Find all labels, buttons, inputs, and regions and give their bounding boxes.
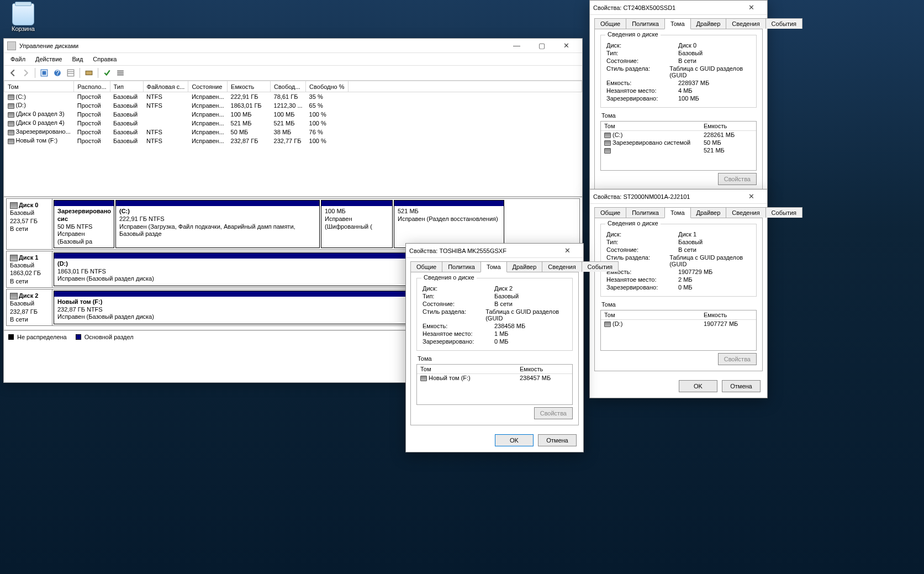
- tab-Тома[interactable]: Тома: [481, 261, 507, 272]
- tab-События[interactable]: События: [765, 207, 802, 218]
- props1-diskinfo-group: Сведения о диске Диск:Диск 0Тип:БазовыйС…: [600, 35, 757, 108]
- volume-row[interactable]: (Диск 0 раздел 3)ПростойБазовыйИсправен.…: [4, 110, 582, 119]
- props3-close[interactable]: ✕: [555, 245, 580, 257]
- col-header[interactable]: Располо...: [74, 81, 110, 92]
- props2-title: Свойства: ST2000NM001A-2J2101: [593, 193, 739, 200]
- list-button[interactable]: [115, 67, 126, 78]
- col-header[interactable]: Свобод...: [271, 81, 306, 92]
- props3-title: Свойства: TOSHIBA MK2555GSXF: [409, 247, 555, 254]
- grid-button[interactable]: [65, 67, 76, 78]
- props3-cancel-button[interactable]: Отмена: [538, 434, 577, 446]
- recycle-bin[interactable]: Корзина: [9, 3, 38, 32]
- col-header[interactable]: Тип: [110, 81, 143, 92]
- back-button[interactable]: [7, 67, 18, 78]
- props3-titlebar[interactable]: Свойства: TOSHIBA MK2555GSXF ✕: [406, 244, 583, 258]
- settings-button[interactable]: [83, 67, 94, 78]
- refresh-button[interactable]: [39, 67, 50, 78]
- maximize-button[interactable]: ▢: [529, 40, 554, 52]
- tab-Сведения[interactable]: Сведения: [542, 261, 582, 272]
- svg-text:?: ?: [55, 69, 59, 77]
- volume-row[interactable]: Новый том (F:)238457 МБ: [417, 374, 572, 382]
- tab-Тома[interactable]: Тома: [664, 207, 691, 218]
- disk-icon: [10, 202, 18, 209]
- volume-row[interactable]: 521 МБ: [601, 146, 756, 154]
- volume-list[interactable]: ТомРасполо...ТипФайловая с...СостояниеЕм…: [4, 81, 582, 197]
- props2-tabs: ОбщиеПолитикаТомаДрайверСведенияСобытия: [590, 204, 767, 218]
- props-dialog-st2000: Свойства: ST2000NM001A-2J2101 ✕ ОбщиеПол…: [589, 189, 768, 398]
- volume-row[interactable]: (C:)ПростойБазовыйNTFSИсправен...222,91 …: [4, 92, 582, 101]
- menu-action[interactable]: Действие: [31, 55, 66, 64]
- svg-rect-7: [86, 71, 92, 75]
- props3-properties-button[interactable]: Свойства: [534, 407, 573, 419]
- col-header[interactable]: Состояние: [188, 81, 228, 92]
- legend-unalloc: Не распределена: [17, 334, 67, 340]
- close-button[interactable]: ✕: [554, 40, 579, 52]
- volume-row[interactable]: Новый том (F:)ПростойБазовыйNTFSИсправен…: [4, 136, 582, 145]
- tab-Общие[interactable]: Общие: [594, 207, 626, 218]
- svg-rect-4: [67, 70, 74, 76]
- legend-swatch-unalloc: [8, 334, 14, 340]
- tab-Тома[interactable]: Тома: [664, 18, 691, 29]
- props3-ok-button[interactable]: OK: [495, 434, 534, 446]
- tab-Политика[interactable]: Политика: [626, 207, 665, 218]
- partition[interactable]: 100 МБИсправен (Шифрованный (: [321, 200, 393, 248]
- partition[interactable]: (C:)222,91 ГБ NTFSИсправен (Загрузка, Фа…: [115, 200, 320, 248]
- props2-ok-button[interactable]: OK: [679, 380, 717, 392]
- tab-Общие[interactable]: Общие: [594, 18, 626, 29]
- props2-close[interactable]: ✕: [739, 191, 764, 203]
- props-dialog-toshiba: Свойства: TOSHIBA MK2555GSXF ✕ ОбщиеПоли…: [405, 243, 584, 452]
- volume-row[interactable]: Зарезервировано...ПростойБазовыйNTFSИспр…: [4, 128, 582, 136]
- disk-icon: [10, 293, 18, 299]
- col-header[interactable]: Том: [4, 81, 74, 92]
- props3-tabs: ОбщиеПолитикаТомаДрайверСведенияСобытия: [406, 258, 583, 272]
- props-dialog-ct240: Свойства: CT240BX500SSD1 ✕ ОбщиеПолитика…: [589, 0, 768, 196]
- props1-tabs: ОбщиеПолитикаТомаДрайверСведенияСобытия: [590, 15, 767, 29]
- svg-rect-8: [117, 70, 124, 71]
- tab-Драйвер[interactable]: Драйвер: [690, 18, 727, 29]
- tab-Драйвер[interactable]: Драйвер: [690, 207, 727, 218]
- tab-Общие[interactable]: Общие: [410, 261, 442, 272]
- svg-rect-10: [117, 74, 124, 75]
- tab-События[interactable]: События: [582, 261, 619, 272]
- menu-view[interactable]: Вид: [67, 55, 87, 64]
- volume-row[interactable]: (D:)ПростойБазовыйNTFSИсправен...1863,01…: [4, 101, 582, 110]
- col-header[interactable]: Файловая с...: [143, 81, 188, 92]
- minimize-button[interactable]: —: [504, 40, 529, 52]
- check-button[interactable]: [102, 67, 113, 78]
- tab-Сведения[interactable]: Сведения: [726, 207, 765, 218]
- props2-titlebar[interactable]: Свойства: ST2000NM001A-2J2101 ✕: [590, 189, 767, 204]
- volume-row[interactable]: Зарезервировано системой50 МБ: [601, 139, 756, 146]
- recycle-bin-icon: [12, 3, 34, 25]
- forward-button[interactable]: [20, 67, 31, 78]
- tab-Сведения[interactable]: Сведения: [726, 18, 765, 29]
- props1-titlebar[interactable]: Свойства: CT240BX500SSD1 ✕: [590, 1, 767, 15]
- volume-row[interactable]: (Диск 0 раздел 4)ПростойБазовыйИсправен.…: [4, 119, 582, 128]
- dm-titlebar[interactable]: Управление дисками — ▢ ✕: [4, 39, 582, 53]
- tab-Политика[interactable]: Политика: [626, 18, 665, 29]
- help-button[interactable]: ?: [52, 67, 63, 78]
- disk-row[interactable]: Диск 0Базовый223,57 ГБВ сетиЗарезервиров…: [6, 198, 580, 250]
- props2-cancel-button[interactable]: Отмена: [722, 380, 761, 392]
- col-header[interactable]: Свободно %: [306, 81, 348, 92]
- props3-volumes[interactable]: ТомЕмкостьНовый том (F:)238457 МБ: [416, 364, 573, 405]
- menu-help[interactable]: Справка: [88, 55, 121, 64]
- legend-primary: Основной раздел: [85, 334, 134, 340]
- col-header[interactable]: Емкость: [228, 81, 271, 92]
- props2-diskinfo-group: Сведения о диске Диск:Диск 1Тип:БазовыйС…: [600, 224, 757, 297]
- volume-row[interactable]: (C:)228261 МБ: [601, 131, 756, 139]
- tab-Политика[interactable]: Политика: [442, 261, 481, 272]
- tab-События[interactable]: События: [765, 18, 802, 29]
- props2-volumes[interactable]: ТомЕмкость(D:)1907727 МБ: [600, 310, 757, 351]
- props1-close[interactable]: ✕: [739, 2, 764, 14]
- props2-properties-button[interactable]: Свойства: [718, 353, 757, 365]
- props1-properties-button[interactable]: Свойства: [718, 173, 757, 185]
- tab-Драйвер[interactable]: Драйвер: [506, 261, 543, 272]
- volume-row[interactable]: (D:)1907727 МБ: [601, 320, 756, 328]
- menu-file[interactable]: Файл: [6, 55, 30, 64]
- svg-rect-1: [43, 71, 46, 75]
- partition[interactable]: Зарезервировано сис50 МБ NTFSИсправен (Б…: [54, 200, 114, 248]
- props1-volumes[interactable]: ТомЕмкость(C:)228261 МБЗарезервировано с…: [600, 121, 757, 171]
- app-icon: [7, 41, 16, 50]
- partition[interactable]: 521 МБИсправен (Раздел восстановления): [394, 200, 504, 248]
- dm-toolbar: ?: [4, 65, 582, 81]
